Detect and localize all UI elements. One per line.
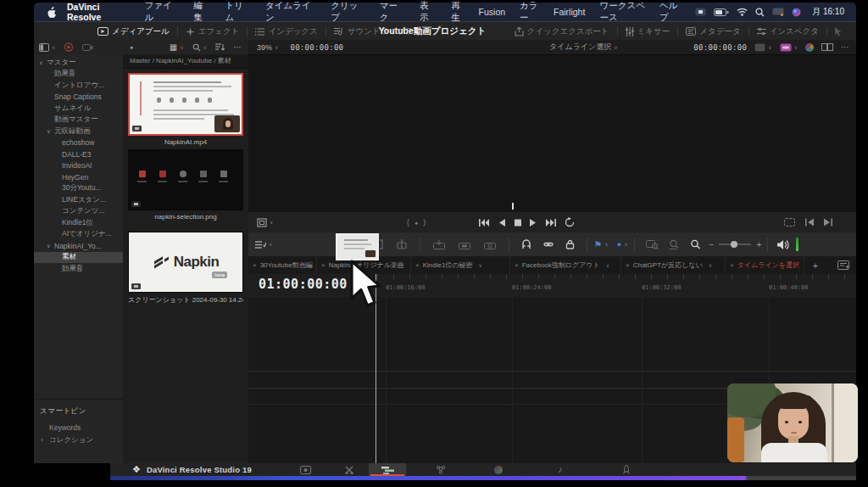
wifi-icon[interactable] (737, 8, 748, 16)
index-button[interactable]: インデックス (248, 26, 325, 37)
bin-item[interactable]: サムネイル (34, 103, 123, 115)
media-clip-napkin-selection[interactable]: napkin-selection.png (128, 149, 243, 221)
timeline-ruler[interactable]: 01:00:00:00 01:00:16:00 01:00:24:00 01:0… (248, 274, 856, 298)
close-tab-icon[interactable]: × (415, 261, 420, 269)
bin-item[interactable]: InvideoAI (34, 160, 123, 172)
smart-bin-collections[interactable]: ›コレクション (34, 434, 123, 446)
siri-icon[interactable] (792, 8, 801, 17)
overwrite-clip-icon[interactable] (459, 240, 470, 249)
go-to-start-button[interactable] (479, 218, 489, 227)
search-icon[interactable] (755, 8, 765, 17)
chevron-down-icon[interactable]: ∨ (275, 45, 278, 50)
play-button[interactable] (530, 218, 537, 227)
viewer-options-icon[interactable]: ⋯ (841, 43, 849, 52)
timeline-view-options-icon[interactable]: ∨ (255, 240, 272, 249)
clip-thumbnail[interactable] (128, 149, 243, 210)
close-tab-icon[interactable]: × (515, 261, 519, 269)
timeline-selector-dropdown[interactable]: タイムライン選択 ∨ (549, 42, 618, 53)
clip-viewer-mode-icon[interactable]: ∨ (754, 43, 771, 52)
record-dot-icon[interactable]: ● (130, 44, 133, 50)
bin-item[interactable]: 動画マスター (34, 115, 123, 126)
timeline-tab[interactable]: × Facebook強制ログアウト ∨ (510, 256, 621, 274)
menu-mark[interactable]: マーク (372, 0, 412, 24)
deliver-page-button[interactable] (614, 463, 639, 476)
audio-monitor-icon[interactable] (777, 239, 789, 250)
inspector-button[interactable]: インスペクタ (749, 26, 826, 37)
bin-item[interactable]: LINEスタン... (34, 194, 123, 206)
zoom-slider[interactable] (719, 244, 751, 245)
bin-item[interactable]: Snap Captions (34, 92, 123, 104)
flag-icon[interactable]: ⚑ (593, 240, 602, 249)
dual-screen-icon[interactable] (821, 43, 833, 51)
menu-help[interactable]: ヘルプ (656, 0, 682, 24)
close-tab-icon[interactable]: × (253, 261, 257, 269)
bin-item[interactable]: コンテンツ... (34, 206, 123, 218)
snapping-icon[interactable] (521, 239, 531, 249)
color-viewer-icon[interactable] (805, 43, 814, 52)
resolution-badge-icon[interactable]: ∨ (780, 43, 798, 52)
panel-layout-icon[interactable] (39, 43, 49, 52)
menu-file[interactable]: ファイル (137, 0, 186, 24)
stop-button[interactable] (514, 218, 521, 227)
chevron-down-icon[interactable]: ∨ (180, 45, 183, 50)
bin-item[interactable]: AIでオリジナ... (34, 229, 123, 241)
media-page-button[interactable] (292, 463, 318, 476)
battery-icon[interactable] (714, 8, 729, 16)
quick-export-button[interactable]: クイックエクスポート (507, 26, 617, 37)
menu-workspace[interactable]: ワークスペース (596, 0, 648, 24)
dragged-clip-thumbnail[interactable] (336, 233, 379, 260)
bin-item[interactable]: echoshow (34, 137, 123, 149)
zoom-full-extent-icon[interactable] (646, 239, 659, 249)
menu-fusion[interactable]: Fusion (476, 7, 509, 17)
effects-button[interactable]: エフェクト (178, 26, 248, 37)
smart-bin-keywords[interactable]: Keywords (34, 421, 123, 434)
zoom-custom-icon[interactable] (690, 239, 701, 249)
bin-item-sozai-selected[interactable]: 素材 (34, 252, 123, 264)
go-to-end-button[interactable] (546, 218, 556, 227)
menu-color[interactable]: カラー (516, 0, 542, 24)
timeline-tab[interactable]: × Kindle1位の秘密 ∨ (411, 256, 510, 274)
sort-icon[interactable] (215, 43, 225, 51)
bin-item[interactable]: HeyGen (34, 171, 123, 183)
apple-menu-icon[interactable] (47, 7, 57, 18)
breadcrumb[interactable]: Master / NapkinAI_Youtube / 素材 (123, 54, 248, 69)
metadata-button[interactable]: メタデータ (678, 26, 748, 37)
fairlight-page-button[interactable]: ♪ (548, 463, 573, 476)
bin-item[interactable]: 効果音 (34, 69, 123, 81)
grid-view-icon[interactable]: ▦ (170, 43, 177, 52)
timeline-tab-select-timeline[interactable]: × タイムラインを選択 ∨ (726, 256, 804, 274)
menu-playback[interactable]: 再生 (443, 0, 475, 24)
menu-edit[interactable]: 編集 (186, 0, 217, 24)
edit-page-button[interactable] (369, 463, 406, 476)
chevron-down-icon[interactable]: ∨ (52, 45, 55, 50)
link-clips-icon[interactable] (543, 239, 554, 249)
menu-timeline[interactable]: タイムライン (258, 0, 323, 24)
close-tab-icon[interactable]: × (321, 261, 326, 269)
position-lock-icon[interactable] (565, 239, 575, 249)
screen-mirroring-icon[interactable] (695, 8, 706, 16)
menu-view[interactable]: 表示 (412, 0, 443, 24)
bin-item[interactable]: イントロアウ... (34, 80, 123, 92)
previous-edit-icon[interactable] (805, 218, 814, 227)
menu-fairlight[interactable]: Fairlight (550, 7, 588, 17)
menu-app-name[interactable]: DaVinci Resolve (67, 2, 131, 22)
fusion-page-button[interactable] (428, 463, 453, 476)
match-frame-icon[interactable] (784, 218, 795, 227)
bin-item-recordings[interactable]: ∨元収録動画 (34, 126, 123, 137)
timeline-tab[interactable]: × 30Youtube動画編 ∨ (248, 256, 317, 274)
viewer-scrub-position[interactable] (512, 203, 514, 210)
chevron-down-icon[interactable]: ∨ (624, 242, 627, 247)
razor-edit-icon[interactable] (397, 239, 407, 249)
bin-item-master[interactable]: ∨マスター (34, 57, 123, 69)
menu-clock[interactable]: 月 16:10 (812, 6, 844, 18)
cut-page-button[interactable] (337, 463, 363, 476)
color-page-button[interactable] (486, 463, 511, 476)
bin-item[interactable]: 30分Youtu... (34, 183, 123, 195)
bin-item[interactable]: 効果音 (34, 263, 123, 275)
viewer-zoom-level[interactable]: 39% (257, 43, 272, 52)
display-icon[interactable] (772, 8, 784, 16)
play-reverse-button[interactable] (498, 218, 505, 227)
insert-clip-icon[interactable] (433, 240, 445, 249)
loop-button[interactable] (565, 217, 575, 227)
chevron-down-icon[interactable]: ∨ (604, 242, 608, 247)
